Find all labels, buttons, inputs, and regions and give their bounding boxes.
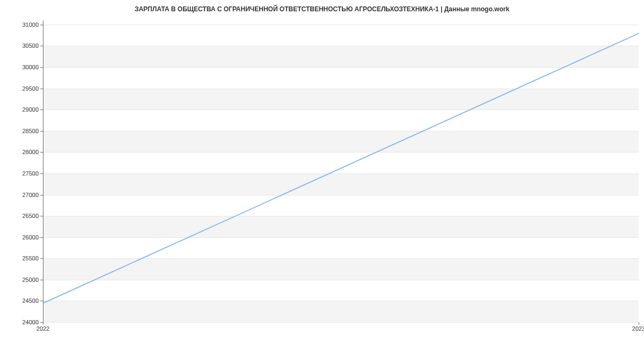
tick-y bbox=[40, 67, 43, 68]
tick-y bbox=[40, 173, 43, 174]
y-axis-label: 27500 bbox=[6, 170, 39, 177]
y-axis-label: 28500 bbox=[6, 128, 39, 134]
tick-y bbox=[40, 280, 43, 280]
tick-y bbox=[40, 110, 43, 110]
y-axis-label: 24500 bbox=[6, 297, 39, 304]
y-axis-label: 30000 bbox=[6, 64, 39, 70]
y-axis-label: 27000 bbox=[6, 192, 39, 198]
y-axis-label: 25500 bbox=[6, 255, 39, 261]
y-axis-label: 25000 bbox=[6, 277, 39, 283]
tick-y bbox=[40, 131, 43, 132]
data-series-line bbox=[43, 33, 639, 303]
x-axis-label: 2022 bbox=[36, 325, 49, 332]
gridline-y bbox=[43, 322, 639, 323]
y-axis-label: 31000 bbox=[6, 21, 39, 28]
y-axis-label: 30500 bbox=[6, 42, 39, 49]
y-axis-label: 29500 bbox=[6, 85, 39, 92]
tick-y bbox=[40, 152, 43, 152]
tick-y bbox=[40, 301, 43, 301]
tick-y bbox=[40, 237, 43, 238]
y-axis-label: 28000 bbox=[6, 149, 39, 155]
chart-title: ЗАРПЛАТА В ОБЩЕСТВА С ОГРАНИЧЕННОЙ ОТВЕТ… bbox=[0, 5, 644, 13]
tick-y bbox=[40, 89, 43, 89]
tick-y bbox=[40, 258, 43, 259]
tick-y bbox=[40, 216, 43, 216]
plot-area bbox=[43, 20, 639, 322]
line-svg bbox=[43, 20, 639, 322]
tick-x bbox=[639, 322, 639, 325]
tick-y bbox=[40, 46, 43, 46]
y-axis-label: 26500 bbox=[6, 213, 39, 219]
y-axis-label: 26000 bbox=[6, 234, 39, 241]
tick-x bbox=[43, 322, 43, 325]
tick-y bbox=[40, 25, 43, 25]
tick-y bbox=[40, 195, 43, 195]
y-axis-label: 24000 bbox=[6, 319, 39, 325]
y-axis-label: 29000 bbox=[6, 106, 39, 113]
x-axis-label: 2023 bbox=[632, 325, 644, 332]
